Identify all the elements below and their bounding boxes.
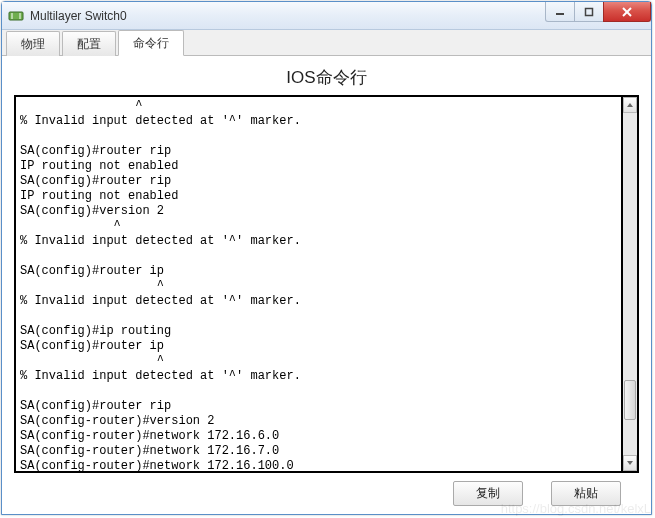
app-window: Multilayer Switch0 物理 配置 命令行 IOS命令行: [1, 1, 652, 515]
titlebar[interactable]: Multilayer Switch0: [2, 2, 651, 30]
svg-marker-11: [627, 103, 633, 107]
terminal-scrollbar[interactable]: [623, 95, 639, 473]
paste-button[interactable]: 粘贴: [551, 481, 621, 506]
svg-rect-8: [586, 8, 593, 15]
page-title: IOS命令行: [14, 66, 639, 89]
close-icon: [621, 6, 633, 18]
tab-physical[interactable]: 物理: [6, 31, 60, 56]
tab-config[interactable]: 配置: [62, 31, 116, 56]
content-area: IOS命令行 ^ % Invalid input detected at '^'…: [2, 56, 651, 514]
window-controls: [546, 2, 651, 22]
chevron-down-icon: [626, 459, 634, 467]
chevron-up-icon: [626, 101, 634, 109]
minimize-button[interactable]: [545, 2, 575, 22]
scroll-track[interactable]: [623, 113, 637, 455]
tab-cli[interactable]: 命令行: [118, 30, 184, 56]
button-row: 复制 粘贴: [14, 473, 639, 506]
close-button[interactable]: [603, 2, 651, 22]
svg-marker-12: [627, 461, 633, 465]
maximize-icon: [584, 7, 594, 17]
copy-button[interactable]: 复制: [453, 481, 523, 506]
minimize-icon: [555, 7, 565, 17]
scroll-thumb[interactable]: [624, 380, 636, 420]
scroll-up-button[interactable]: [623, 97, 637, 113]
window-title: Multilayer Switch0: [30, 9, 127, 23]
cli-terminal[interactable]: ^ % Invalid input detected at '^' marker…: [14, 95, 623, 473]
terminal-container: ^ % Invalid input detected at '^' marker…: [14, 95, 639, 473]
tab-strip: 物理 配置 命令行: [2, 30, 651, 56]
app-icon: [8, 8, 24, 24]
scroll-down-button[interactable]: [623, 455, 637, 471]
maximize-button[interactable]: [574, 2, 604, 22]
